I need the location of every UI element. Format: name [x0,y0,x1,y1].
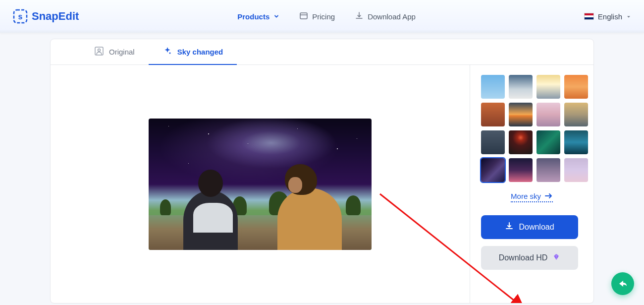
person-left [183,190,238,250]
sky-thumb-clouds[interactable] [509,75,533,99]
more-sky-label: More sky [511,192,541,200]
sky-thumb-dark-orange[interactable] [481,103,505,126]
download-icon [505,222,514,233]
svg-text:s: s [18,12,23,21]
share-icon [617,278,628,289]
nav-pricing-label: Pricing [312,12,335,21]
person-icon [94,46,104,58]
sky-thumb-orange-sunset[interactable] [564,75,588,99]
svg-point-5 [98,49,101,52]
sky-thumb-blue-sky[interactable] [481,75,505,99]
sky-thumb-teal-wave[interactable] [564,130,588,154]
nav-download-app-label: Download App [368,12,416,21]
sidebar: More sky Download Download HD [470,65,593,303]
download-hd-button[interactable]: Download HD [481,246,578,270]
preview-area [51,65,470,303]
nav: Products Pricing Download App [237,11,416,22]
sky-thumb-sunrise-above[interactable] [537,75,560,99]
preview-image[interactable] [149,119,372,250]
tabs: Original Sky changed [51,39,593,65]
tab-original[interactable]: Original [80,39,149,64]
sky-thumb-rainbow[interactable] [564,158,588,182]
header: s SnapEdit Products Pricing Download App… [0,0,644,33]
chevron-down-icon [626,12,631,21]
nav-products-label: Products [237,12,269,21]
editor-panel: Original Sky changed [50,39,594,304]
sky-thumb-golden-blur[interactable] [564,103,588,126]
logo-icon: s [13,9,28,24]
download-label: Download [519,223,554,232]
sky-thumb-purple-dusk[interactable] [537,158,560,182]
sky-overlay [149,119,372,200]
sky-thumb-aurora[interactable] [537,130,560,154]
chevron-down-icon [273,12,279,21]
svg-point-6 [169,53,170,54]
nav-products[interactable]: Products [237,11,279,22]
sky-thumb-sunset-horizon[interactable] [509,103,533,126]
pricing-icon [299,11,308,22]
content: More sky Download Download HD [51,65,593,303]
gem-icon [552,253,560,263]
flag-icon [584,13,594,20]
sky-thumb-milky-way[interactable] [481,158,505,182]
logo[interactable]: s SnapEdit [13,9,79,24]
download-icon [355,11,364,22]
arrow-right-icon [545,192,553,200]
sky-thumb-pink-clouds[interactable] [537,103,560,126]
share-fab[interactable] [611,272,634,295]
tab-original-label: Original [109,48,135,56]
person-right [277,188,342,250]
svg-rect-2 [300,13,307,19]
download-hd-label: Download HD [499,253,548,262]
more-sky-link[interactable]: More sky [511,192,553,202]
sky-thumb-galaxy-pink[interactable] [509,158,533,182]
download-button[interactable]: Download [481,215,578,239]
sky-thumbnails [481,75,583,182]
sparkle-icon [162,46,172,58]
logo-text: SnapEdit [32,10,79,23]
sky-thumb-moon-night[interactable] [481,130,505,154]
tab-sky-changed[interactable]: Sky changed [149,39,237,64]
tab-sky-changed-label: Sky changed [177,48,223,56]
language-selector[interactable]: English [584,12,631,21]
nav-download-app[interactable]: Download App [355,11,416,22]
sky-thumb-red-moon[interactable] [509,130,533,154]
nav-pricing[interactable]: Pricing [299,11,335,22]
language-label: English [598,12,622,21]
